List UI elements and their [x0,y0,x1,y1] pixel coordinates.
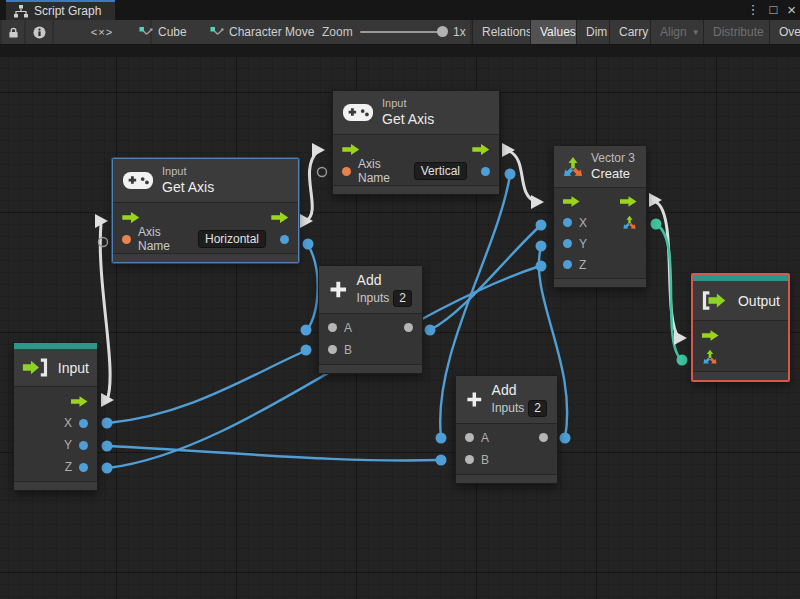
float-port-icon[interactable] [563,218,572,227]
node-get-axis-vertical[interactable]: Input Get Axis Axis Name Vertical [332,90,500,195]
port-input-y[interactable] [102,441,113,452]
port-add2-sum[interactable] [560,433,571,444]
wire-input-x-to-add1-b[interactable] [108,351,305,423]
input-node-icon [22,357,49,378]
info-icon [33,26,46,39]
control-in-arrow-icon[interactable] [342,144,360,155]
node-footer [333,185,499,194]
port-add2-b[interactable] [436,455,447,466]
port-create-z[interactable] [536,261,547,272]
chevron-down-icon: ▼ [692,28,700,37]
wire-control-input-to-horizontal[interactable] [100,224,110,400]
script-graph-icon [14,5,28,18]
generic-port-icon[interactable] [465,455,474,464]
wire-horizontal-result-to-add1-a[interactable] [307,245,318,330]
control-in-arrow-icon[interactable] [702,330,719,341]
node-header[interactable]: Input Get Axis [333,91,499,135]
control-in-port-create[interactable] [531,195,544,209]
control-out-arrow-icon[interactable] [620,196,637,207]
port-input-x[interactable] [102,418,113,429]
port-add2-a[interactable] [436,433,447,444]
port-vertical-axisname-unconnected[interactable] [318,168,327,177]
port-add1-sum[interactable] [425,325,436,336]
sum-port-icon[interactable] [539,433,548,442]
info-button[interactable] [26,20,52,44]
maximize-icon[interactable]: □ [769,0,777,20]
generic-port-icon[interactable] [328,323,337,332]
axis-name-field[interactable]: Vertical [414,162,467,180]
axis-name-field[interactable]: Horizontal [198,230,266,248]
port-a-label: A [481,431,489,445]
node-get-axis-horizontal[interactable]: Input Get Axis Axis Name Horizontal [112,158,299,263]
breadcrumb-character-move[interactable]: Character Move [210,20,314,44]
generic-port-icon[interactable] [328,345,337,354]
wire-input-y-to-add2-b[interactable] [108,446,440,461]
gamepad-icon [123,171,153,190]
align-dropdown[interactable]: Align▼ [650,20,709,44]
port-vertical-result[interactable] [505,169,516,180]
vector3-result-port-icon[interactable] [622,215,637,230]
breadcrumb-cube[interactable]: Cube [139,20,187,44]
node-header[interactable]: Input [14,349,97,387]
menu-icon[interactable]: ⋮ [746,0,759,20]
lock-button[interactable] [2,20,24,44]
code-icon: <×> [91,26,113,38]
port-output-value[interactable] [677,355,688,366]
param-label: Axis Name [138,225,191,253]
inputs-count-field[interactable]: 2 [393,290,412,307]
float-port-icon[interactable] [481,167,490,176]
control-out-arrow-icon[interactable] [271,212,289,223]
wire-control-horizontal-to-vertical[interactable] [306,152,317,221]
control-in-port-output[interactable] [674,331,687,345]
node-header[interactable]: Add Inputs2 [456,376,557,424]
inputs-label: Inputs [492,401,525,416]
port-create-result[interactable] [651,219,662,230]
port-create-y[interactable] [536,241,547,252]
control-in-port-vertical[interactable] [312,143,325,157]
port-y-label: Y [579,237,587,251]
output-node-icon [701,290,729,311]
port-input-z[interactable] [102,463,113,474]
node-footer [554,278,646,287]
port-add1-a[interactable] [301,325,312,336]
port-horizontal-result[interactable] [303,239,314,250]
string-port-icon[interactable] [122,235,131,244]
port-a-label: A [344,321,352,335]
control-out-arrow-icon[interactable] [472,144,490,155]
wire-add1-sum-to-create-x[interactable] [430,226,540,330]
string-port-icon[interactable] [342,167,351,176]
node-header[interactable]: Vector 3 Create [554,146,646,188]
node-add-2[interactable]: Add Inputs2 A B [455,375,558,484]
node-title: Add [357,272,412,290]
float-port-icon[interactable] [563,260,572,269]
control-in-arrow-icon[interactable] [563,196,580,207]
sum-port-icon[interactable] [404,323,413,332]
port-b-label: B [344,343,352,357]
generic-port-icon[interactable] [465,433,474,442]
zoom-slider-knob[interactable] [437,26,448,37]
float-port-icon[interactable] [79,463,88,472]
code-view-button[interactable]: <×> [54,20,150,44]
port-add1-b[interactable] [301,345,312,356]
control-out-arrow-icon[interactable] [71,396,88,407]
port-create-x[interactable] [536,220,547,231]
float-port-icon[interactable] [79,441,88,450]
float-port-icon[interactable] [79,419,88,428]
node-header[interactable]: Output [693,281,788,321]
vector3-value-port-icon[interactable] [702,349,718,365]
port-x-label: X [64,416,72,430]
tab-script-graph[interactable]: Script Graph [6,0,115,20]
node-add-1[interactable]: Add Inputs2 A B [318,265,423,374]
overview-button[interactable]: Overv [769,20,800,44]
node-graph-output[interactable]: Output [691,273,790,382]
node-header[interactable]: Input Get Axis [113,159,298,203]
node-header[interactable]: Add Inputs2 [319,266,422,314]
float-port-icon[interactable] [280,235,289,244]
node-vector3-create[interactable]: Vector 3 Create X Y [553,145,647,288]
inputs-count-field[interactable]: 2 [528,400,547,417]
node-graph-input[interactable]: Input X Y Z [13,342,98,491]
control-in-arrow-icon[interactable] [122,212,140,223]
float-port-icon[interactable] [563,239,572,248]
close-icon[interactable]: × [787,0,796,20]
zoom-slider[interactable] [360,31,446,33]
